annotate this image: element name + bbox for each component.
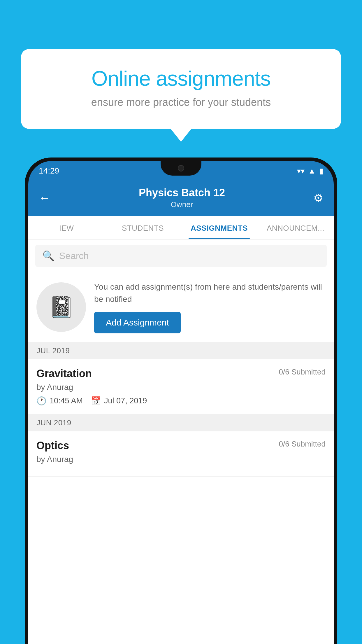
tabs-container: IEW STUDENTS ASSIGNMENTS ANNOUNCEM... — [28, 216, 334, 239]
header-center: Physics Batch 12 Owner — [139, 187, 225, 209]
assignment-meta: 🕐 10:45 AM 📅 Jul 07, 2019 — [36, 396, 326, 406]
add-assignment-button[interactable]: Add Assignment — [94, 312, 181, 333]
notebook-icon: 📓 — [49, 295, 74, 319]
search-placeholder: Search — [59, 251, 89, 261]
assignment-name-optics: Optics — [36, 440, 69, 452]
assignment-date: 📅 Jul 07, 2019 — [91, 396, 147, 406]
battery-icon: ▮ — [319, 167, 323, 176]
assignment-item-gravitation[interactable]: Gravitation 0/6 Submitted by Anurag 🕐 10… — [28, 359, 334, 414]
assignment-description: You can add assignment(s) from here and … — [94, 281, 326, 305]
add-assignment-section: 📓 You can add assignment(s) from here an… — [28, 272, 334, 342]
speech-bubble-container: Online assignments ensure more practice … — [21, 49, 341, 129]
status-icons: ▾▾ ▲ ▮ — [297, 167, 323, 176]
header-title: Physics Batch 12 — [139, 187, 225, 199]
month-separator-jul: JUL 2019 — [28, 342, 334, 359]
assignment-name: Gravitation — [36, 368, 92, 380]
speech-bubble-subtitle: ensure more practice for your students — [41, 96, 321, 108]
assignment-item-header: Gravitation 0/6 Submitted — [36, 368, 326, 380]
assignment-submitted: 0/6 Submitted — [279, 368, 326, 377]
month-separator-jun: JUN 2019 — [28, 414, 334, 431]
assignment-item-header-optics: Optics 0/6 Submitted — [36, 440, 326, 452]
settings-button[interactable]: ⚙ — [313, 192, 323, 204]
tab-announcements[interactable]: ANNOUNCEM... — [257, 216, 334, 239]
tab-assignments[interactable]: ASSIGNMENTS — [181, 216, 257, 239]
phone-frame: 14:29 ▾▾ ▲ ▮ ← Physics Batch 12 Owner ⚙ … — [25, 158, 337, 644]
search-container: 🔍 Search — [28, 239, 334, 272]
front-camera — [178, 165, 184, 172]
assignment-submitted-optics: 0/6 Submitted — [279, 440, 326, 449]
status-bar: 14:29 ▾▾ ▲ ▮ — [28, 161, 334, 181]
tab-students[interactable]: STUDENTS — [105, 216, 181, 239]
clock-icon: 🕐 — [36, 396, 47, 406]
calendar-icon: 📅 — [91, 396, 101, 406]
assignment-time: 🕐 10:45 AM — [36, 396, 83, 406]
search-icon: 🔍 — [42, 250, 55, 262]
phone-inner: 14:29 ▾▾ ▲ ▮ ← Physics Batch 12 Owner ⚙ … — [28, 161, 334, 644]
signal-icon: ▲ — [308, 167, 316, 176]
assignment-icon-circle: 📓 — [36, 282, 86, 332]
assignment-info: You can add assignment(s) from here and … — [94, 281, 326, 333]
tab-iew[interactable]: IEW — [28, 216, 105, 239]
screen-content: 🔍 Search 📓 You can add assignment(s) fro… — [28, 239, 334, 644]
speech-bubble-title: Online assignments — [41, 66, 321, 90]
app-header: ← Physics Batch 12 Owner ⚙ — [28, 181, 334, 216]
header-subtitle: Owner — [139, 200, 225, 209]
status-time: 14:29 — [39, 166, 59, 176]
assignment-item-optics[interactable]: Optics 0/6 Submitted by Anurag — [28, 431, 334, 477]
assignment-author: by Anurag — [36, 383, 326, 392]
wifi-icon: ▾▾ — [297, 167, 305, 176]
search-bar[interactable]: 🔍 Search — [35, 245, 327, 267]
speech-bubble: Online assignments ensure more practice … — [21, 49, 341, 129]
notch — [161, 161, 201, 176]
back-button[interactable]: ← — [39, 191, 50, 204]
assignment-author-optics: by Anurag — [36, 455, 326, 464]
